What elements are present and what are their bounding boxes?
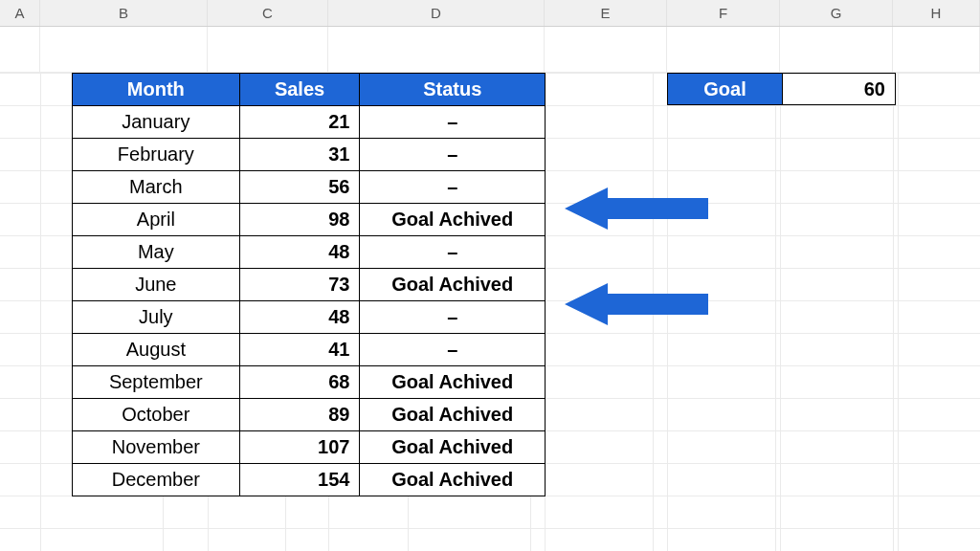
svg-marker-1 <box>565 283 708 325</box>
cell-status[interactable]: Goal Achived <box>360 204 546 236</box>
table-row: September 68 Goal Achived <box>73 366 546 399</box>
column-header[interactable]: H <box>893 0 980 26</box>
cell-status[interactable]: Goal Achived <box>360 399 546 431</box>
table-row: January 21 – <box>73 106 546 139</box>
goal-label[interactable]: Goal <box>668 74 783 104</box>
sales-table: Month Sales Status January 21 – February… <box>72 73 546 496</box>
cell[interactable] <box>780 27 893 73</box>
column-header[interactable]: C <box>208 0 328 26</box>
cell-month[interactable]: August <box>73 334 240 366</box>
column-header-row: A B C D E F G H <box>0 0 980 27</box>
cell-sales[interactable]: 48 <box>240 236 361 269</box>
cell-month[interactable]: March <box>73 171 240 204</box>
table-row: May 48 – <box>73 236 546 269</box>
goal-value[interactable]: 60 <box>783 74 896 104</box>
table-row: November 107 Goal Achived <box>73 431 546 464</box>
header-sales[interactable]: Sales <box>240 74 361 106</box>
cell-status[interactable]: – <box>360 301 546 334</box>
cell-sales[interactable]: 56 <box>240 171 361 204</box>
cell-status[interactable]: – <box>360 139 546 171</box>
cell[interactable] <box>40 27 208 73</box>
table-row: February 31 – <box>73 139 546 171</box>
cell[interactable] <box>893 27 980 73</box>
table-header-row: Month Sales Status <box>73 74 546 106</box>
cell-sales[interactable]: 89 <box>240 399 361 431</box>
cell-month[interactable]: October <box>73 399 240 431</box>
cell-status[interactable]: – <box>360 106 546 139</box>
header-month[interactable]: Month <box>73 74 240 106</box>
column-header[interactable]: D <box>328 0 545 26</box>
column-header[interactable]: A <box>0 0 40 26</box>
cell-status[interactable]: Goal Achived <box>360 464 546 496</box>
table-row: April 98 Goal Achived <box>73 204 546 236</box>
cell-status[interactable]: – <box>360 334 546 366</box>
column-header[interactable]: G <box>780 0 893 26</box>
cell-month[interactable]: January <box>73 106 240 139</box>
cell-month[interactable]: February <box>73 139 240 171</box>
cell-month[interactable]: June <box>73 269 240 301</box>
svg-marker-0 <box>565 187 708 230</box>
cell-sales[interactable]: 41 <box>240 334 361 366</box>
cell[interactable] <box>208 27 328 73</box>
cell-status[interactable]: Goal Achived <box>360 366 546 399</box>
cell-sales[interactable]: 68 <box>240 366 361 399</box>
column-header[interactable]: B <box>40 0 208 26</box>
cell-status[interactable]: – <box>360 171 546 204</box>
cell-sales[interactable]: 48 <box>240 301 361 334</box>
goal-box: Goal 60 <box>667 73 896 105</box>
cell-status[interactable]: Goal Achived <box>360 431 546 464</box>
cell[interactable] <box>328 27 545 73</box>
column-header[interactable]: E <box>545 0 667 26</box>
cell-month[interactable]: November <box>73 431 240 464</box>
spreadsheet-viewport: A B C D E F G H // placeholder comment –… <box>0 0 980 551</box>
cell-sales[interactable]: 21 <box>240 106 361 139</box>
header-status[interactable]: Status <box>360 74 546 106</box>
cell-month[interactable]: December <box>73 464 240 496</box>
cell-sales[interactable]: 73 <box>240 269 361 301</box>
cell-month[interactable]: July <box>73 301 240 334</box>
table-row: October 89 Goal Achived <box>73 399 546 431</box>
column-header[interactable]: F <box>667 0 780 26</box>
cell-status[interactable]: – <box>360 236 546 269</box>
cell[interactable] <box>545 27 667 73</box>
table-row: July 48 – <box>73 301 546 334</box>
table-row: March 56 – <box>73 171 546 204</box>
cell-status[interactable]: Goal Achived <box>360 269 546 301</box>
cell-sales[interactable]: 107 <box>240 431 361 464</box>
arrow-left-icon <box>565 187 708 230</box>
cell-month[interactable]: September <box>73 366 240 399</box>
table-row: August 41 – <box>73 334 546 366</box>
cell-month[interactable]: April <box>73 204 240 236</box>
cell-sales[interactable]: 154 <box>240 464 361 496</box>
grid-body[interactable]: // placeholder comment – real rows rende… <box>0 27 980 73</box>
table-row: June 73 Goal Achived <box>73 269 546 301</box>
cell-sales[interactable]: 98 <box>240 204 361 236</box>
cell-sales[interactable]: 31 <box>240 139 361 171</box>
cell-month[interactable]: May <box>73 236 240 269</box>
table-row: December 154 Goal Achived <box>73 464 546 496</box>
cell[interactable] <box>0 27 40 73</box>
cell[interactable] <box>667 27 780 73</box>
arrow-left-icon <box>565 283 708 325</box>
